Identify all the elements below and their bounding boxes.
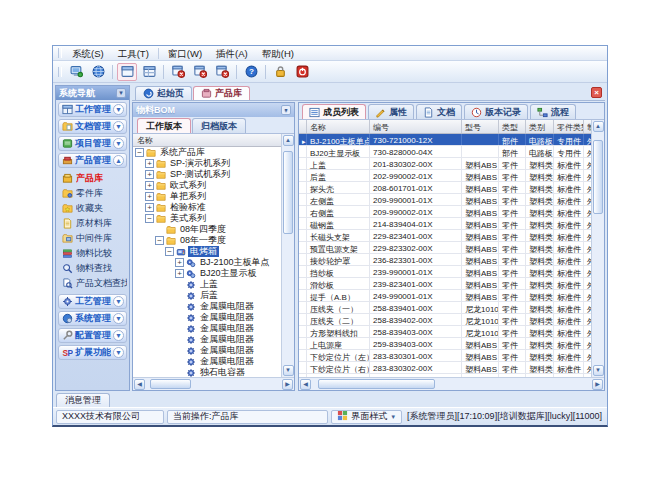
table-scroll-right-arrow[interactable]: ▶ (592, 379, 603, 390)
tree-node-21[interactable]: 独石电容器 (133, 367, 281, 377)
close-document-button[interactable]: × (591, 87, 602, 98)
tree-node-20[interactable]: 金属膜电阻器 (133, 356, 281, 367)
table-horizontal-scrollbar[interactable]: ◀ ▶ (299, 377, 604, 390)
table-scroll-left-arrow[interactable]: ◀ (300, 379, 311, 390)
menu-item-4[interactable]: 插件(A) (209, 47, 255, 60)
sidebar-section-4[interactable]: 产品管理▲ (58, 153, 127, 168)
version-tab-归档版本[interactable]: 归档版本 (192, 118, 246, 133)
message-manager-tab[interactable]: 消息管理 (56, 393, 110, 407)
expand-plus-icon[interactable]: + (145, 181, 154, 190)
table-row[interactable]: 后盖202-990002-01X塑料ABS零件塑料类标准件外协条 (299, 170, 591, 182)
document-tab-起始页[interactable]: 起始页 (135, 86, 192, 100)
tree-horizontal-scrollbar[interactable]: ◀ ▶ (133, 377, 294, 390)
workspace-button[interactable] (66, 63, 86, 81)
sidebar-section-7[interactable]: 配置管理▼ (58, 328, 127, 343)
table-row[interactable]: 接纱轮护罩236-823301-00X塑料ABS零件塑料类标准件外协条 (299, 254, 591, 266)
menu-item-1[interactable]: 系统(S) (65, 47, 111, 60)
expand-minus-icon[interactable]: − (145, 214, 154, 223)
column-header-类别[interactable]: 类别 (526, 120, 554, 133)
table-row[interactable]: 挡纱板239-990001-01X塑料ABS零件塑料类标准件外协条 (299, 266, 591, 278)
tree-node-7[interactable]: −美式系列 (133, 213, 281, 224)
sidebar-section-6[interactable]: 系统管理▼ (58, 311, 127, 326)
table-row[interactable]: 上电源座259-839403-00X塑料ABS零件塑料类标准件外协条 (299, 338, 591, 350)
tree-node-4[interactable]: +欧式系列 (133, 180, 281, 191)
table-row[interactable]: 右侧盖209-990002-01X塑料ABS零件塑料类标准件外协条 (299, 206, 591, 218)
column-header-编号[interactable]: 编号 (370, 120, 462, 133)
chevron-down-icon[interactable]: ▼ (113, 313, 124, 324)
ui-style-dropdown[interactable]: 界面样式 ▼ (331, 410, 402, 424)
tree-scroll-up-arrow[interactable]: ▲ (283, 135, 294, 146)
detail-tab-流程[interactable]: 流程 (530, 104, 576, 119)
column-header-型号[interactable]: 型号 (462, 120, 499, 133)
expand-plus-icon[interactable]: + (145, 170, 154, 179)
tree-node-18[interactable]: 金属膜电阻器 (133, 334, 281, 345)
help-button[interactable]: ? (241, 63, 261, 81)
table-scroll-up-arrow[interactable]: ▲ (593, 121, 604, 132)
tree-node-9[interactable]: −08年一季度 (133, 235, 281, 246)
expand-plus-icon[interactable]: + (145, 192, 154, 201)
table-row[interactable]: 上盖201-830302-00X塑料ABS零件塑料类标准件外协条 (299, 158, 591, 170)
tree-node-16[interactable]: 金属膜电阻器 (133, 312, 281, 323)
menu-item-2[interactable]: 工具(T) (111, 47, 156, 60)
table-row[interactable]: 压线夹（二）258-839402-00X尼龙1010零件塑料类标准件外协条 (299, 314, 591, 326)
expand-plus-icon[interactable]: + (145, 159, 154, 168)
window-list-button[interactable] (139, 63, 159, 81)
tree-scroll-down-arrow[interactable]: ▼ (283, 365, 294, 376)
detail-tab-文档[interactable]: 文档 (416, 104, 462, 119)
table-row[interactable]: 压线夹（一）258-839401-00X尼龙1010零件塑料类标准件外协条 (299, 302, 591, 314)
close-window-button-1[interactable] (168, 63, 188, 81)
expand-minus-icon[interactable]: − (155, 236, 164, 245)
column-header-名称[interactable]: 名称 (307, 120, 370, 133)
table-vertical-scrollbar[interactable]: ▲ ▼ (591, 120, 604, 377)
close-window-button-3[interactable] (212, 63, 232, 81)
tree-node-3[interactable]: +SP-测试机系列 (133, 169, 281, 180)
detail-tab-成员列表[interactable]: 成员列表 (302, 104, 366, 119)
table-row[interactable]: 探头壳208-601701-01X塑料ABS零件塑料类标准件外协条 (299, 182, 591, 194)
sidebar-item-收藏夹[interactable]: 收藏夹 (62, 201, 127, 216)
sidebar-section-3[interactable]: 项目管理▼ (58, 136, 127, 151)
tree-node-11[interactable]: +BJ-2100主板单点 (133, 257, 281, 268)
table-row[interactable]: 下纱定位片（右）283-830302-00X塑料ABS零件塑料类标准件外协条 (299, 362, 591, 374)
tree-node-13[interactable]: 上盖 (133, 279, 281, 290)
detail-tab-属性[interactable]: 属性 (368, 104, 414, 119)
tree-column-header[interactable]: 名称 (133, 134, 281, 147)
table-row[interactable]: 预置电源支架229-823302-00X塑料ABS零件塑料类标准件外协条 (299, 242, 591, 254)
lock-button[interactable] (270, 63, 290, 81)
column-header-零件类型[interactable]: 零件类型 (554, 120, 584, 133)
sidebar-section-5[interactable]: 工艺管理▼ (58, 294, 127, 309)
tree-node-1[interactable]: −系统产品库 (133, 147, 281, 158)
document-tab-产品库[interactable]: 产品库 (193, 86, 250, 100)
new-window-button[interactable] (117, 63, 137, 81)
table-row[interactable]: BJ20主显示板730-828000-04X部件电路板专用件外协颗 (299, 146, 591, 158)
tree-node-2[interactable]: +SP-演示机系列 (133, 158, 281, 169)
detail-tab-版本记录[interactable]: 版本记录 (464, 104, 528, 119)
tree-node-15[interactable]: 金属膜电阻器 (133, 301, 281, 312)
chevron-down-icon[interactable]: ▼ (113, 296, 124, 307)
chevron-down-icon[interactable]: ▼ (113, 121, 124, 132)
tree-vertical-scrollbar[interactable]: ▲ ▼ (281, 134, 294, 377)
chevron-down-icon[interactable]: ▼ (113, 104, 124, 115)
tree-scroll-left-arrow[interactable]: ◀ (134, 379, 145, 390)
tree-node-17[interactable]: 金属膜电阻器 (133, 323, 281, 334)
sidebar-item-中间件库[interactable]: 中间件库 (62, 231, 127, 246)
table-row[interactable]: 下纱定位片（左）283-830301-00X塑料ABS零件塑料类标准件外协条 (299, 350, 591, 362)
chevron-down-icon[interactable]: ▼ (113, 330, 124, 341)
tree-scroll-right-arrow[interactable]: ▶ (282, 379, 293, 390)
sidebar-item-产品文档查找[interactable]: 产品文档查找 (62, 276, 127, 291)
sidebar-section-1[interactable]: 工作管理▼ (58, 102, 127, 117)
menu-drag-handle[interactable] (58, 48, 62, 58)
sidebar-options-button[interactable]: ▾ (116, 88, 126, 98)
sidebar-item-零件库[interactable]: 零件库 (62, 186, 127, 201)
sidebar-item-物料比较[interactable]: 物料比较 (62, 246, 127, 261)
expand-plus-icon[interactable]: + (175, 269, 184, 278)
tree-node-6[interactable]: +检验标准 (133, 202, 281, 213)
exit-button[interactable] (292, 63, 312, 81)
toolbar-drag-handle[interactable] (58, 67, 62, 77)
expand-minus-icon[interactable]: − (135, 148, 144, 157)
sidebar-item-产品库[interactable]: 产品库 (62, 171, 127, 186)
sidebar-section-2[interactable]: 文档管理▼ (58, 119, 127, 134)
sidebar-item-物料查找[interactable]: 物料查找 (62, 261, 127, 276)
table-row[interactable]: ▸BJ-2100主板单点730-721000-12X部件电路板专用件外协颗 (299, 134, 591, 146)
menu-item-3[interactable]: 窗口(W) (161, 47, 209, 60)
table-row[interactable]: 方形塑料线扣258-839403-00X尼龙1010零件塑料类标准件外协条 (299, 326, 591, 338)
